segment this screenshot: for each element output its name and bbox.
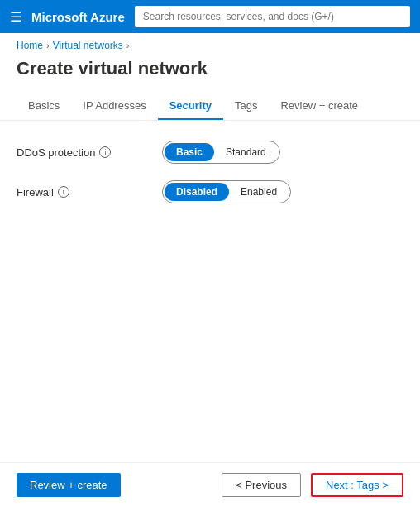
ddos-label: DDoS protection i — [17, 146, 149, 159]
firewall-option-enabled[interactable]: Enabled — [229, 183, 289, 201]
next-tags-button[interactable]: Next : Tags > — [311, 473, 403, 497]
tab-tags[interactable]: Tags — [223, 93, 269, 120]
tab-review-create[interactable]: Review + create — [269, 93, 370, 120]
ddos-row: DDoS protection i Basic Standard — [17, 141, 403, 164]
firewall-info-icon[interactable]: i — [58, 186, 69, 198]
content-area: DDoS protection i Basic Standard Firewal… — [0, 121, 420, 462]
firewall-row: Firewall i Disabled Enabled — [17, 180, 403, 203]
hamburger-icon[interactable]: ☰ — [10, 9, 21, 25]
breadcrumb-sep-2: › — [126, 41, 130, 50]
review-create-button[interactable]: Review + create — [17, 473, 121, 497]
ddos-toggle-group: Basic Standard — [162, 141, 280, 164]
ddos-option-basic[interactable]: Basic — [165, 143, 214, 161]
firewall-option-disabled[interactable]: Disabled — [165, 183, 229, 201]
firewall-label: Firewall i — [17, 186, 149, 198]
search-input[interactable] — [135, 6, 410, 27]
ddos-option-standard[interactable]: Standard — [214, 143, 278, 161]
tab-security[interactable]: Security — [158, 93, 223, 120]
breadcrumb-home[interactable]: Home — [17, 40, 43, 51]
ddos-label-text: DDoS protection — [17, 146, 95, 159]
firewall-label-text: Firewall — [17, 186, 54, 198]
brand-name: Microsoft Azure — [31, 10, 125, 24]
breadcrumb-sep-1: › — [46, 41, 50, 50]
ddos-info-icon[interactable]: i — [99, 146, 111, 158]
firewall-toggle-group: Disabled Enabled — [162, 180, 291, 203]
tab-ip-addresses[interactable]: IP Addresses — [71, 93, 157, 120]
breadcrumb: Home › Virtual networks › — [0, 33, 420, 55]
tab-basics[interactable]: Basics — [17, 93, 71, 120]
nav-bar: ☰ Microsoft Azure — [0, 0, 420, 33]
tabs-container: Basics IP Addresses Security Tags Review… — [0, 93, 420, 121]
page-title: Create virtual network — [0, 55, 420, 93]
previous-button[interactable]: < Previous — [222, 473, 301, 497]
footer: Review + create < Previous Next : Tags > — [0, 462, 420, 507]
breadcrumb-virtual-networks[interactable]: Virtual networks — [53, 40, 123, 51]
